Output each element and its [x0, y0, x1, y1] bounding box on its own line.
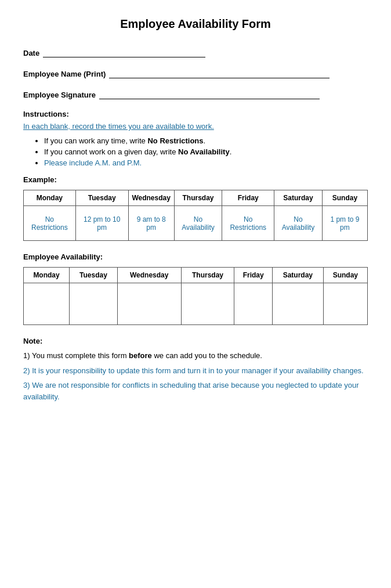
av-header-saturday: Saturday	[272, 268, 323, 283]
ex-header-friday: Friday	[222, 190, 274, 206]
instructions-label: Instructions:	[23, 110, 368, 118]
av-wednesday[interactable]	[117, 283, 181, 325]
instructions-bullets: If you can work any time, write No Restr…	[44, 136, 368, 167]
ex-header-saturday: Saturday	[274, 190, 323, 206]
ex-header-tuesday: Tuesday	[75, 190, 128, 206]
av-friday[interactable]	[234, 283, 273, 325]
name-line	[109, 68, 330, 78]
ex-saturday: No Availability	[274, 206, 323, 241]
signature-line	[99, 89, 320, 99]
name-field-row: Employee Name (Print)	[23, 68, 368, 78]
availability-data-row	[24, 283, 368, 325]
ex-thursday: No Availability	[174, 206, 222, 241]
av-header-sunday: Sunday	[323, 268, 367, 283]
ex-header-thursday: Thursday	[174, 190, 222, 206]
signature-field-row: Employee Signature	[23, 89, 368, 99]
date-line	[43, 47, 205, 57]
av-header-thursday: Thursday	[181, 268, 234, 283]
ex-friday: No Restrictions	[222, 206, 274, 241]
av-saturday[interactable]	[272, 283, 323, 325]
note-2: 2) It is your responsibility to update t…	[23, 365, 368, 377]
example-table: Monday Tuesday Wednesday Thursday Friday…	[23, 190, 368, 241]
bullet-1: If you can work any time, write No Restr…	[44, 136, 368, 145]
date-label: Date	[23, 49, 39, 57]
bullet-2: If you cannot work on a given day, write…	[44, 147, 368, 156]
av-monday[interactable]	[24, 283, 70, 325]
ex-header-wednesday: Wednesday	[128, 190, 174, 206]
example-label: Example:	[23, 175, 368, 184]
bullet-3: Please include A.M. and P.M.	[44, 158, 368, 167]
date-field-row: Date	[23, 47, 368, 57]
av-tuesday[interactable]	[70, 283, 118, 325]
page-title: Employee Availability Form	[23, 17, 368, 31]
ex-tuesday: 12 pm to 10 pm	[75, 206, 128, 241]
ex-wednesday: 9 am to 8 pm	[128, 206, 174, 241]
note-label: Note:	[23, 337, 368, 345]
note-section: Note: 1) You must complete this form bef…	[23, 337, 368, 402]
av-header-friday: Friday	[234, 268, 273, 283]
ex-header-sunday: Sunday	[322, 190, 367, 206]
av-header-tuesday: Tuesday	[70, 268, 118, 283]
signature-label: Employee Signature	[23, 91, 96, 99]
example-header-row: Monday Tuesday Wednesday Thursday Friday…	[24, 190, 368, 206]
ex-header-monday: Monday	[24, 190, 76, 206]
availability-label: Employee Availability:	[23, 252, 368, 261]
availability-header-row: Monday Tuesday Wednesday Thursday Friday…	[24, 268, 368, 283]
example-data-row: No Restrictions 12 pm to 10 pm 9 am to 8…	[24, 206, 368, 241]
instructions-intro: In each blank, record the times you are …	[23, 122, 368, 131]
availability-table: Monday Tuesday Wednesday Thursday Friday…	[23, 267, 368, 325]
ex-sunday: 1 pm to 9 pm	[322, 206, 367, 241]
name-label: Employee Name (Print)	[23, 70, 106, 78]
ex-monday: No Restrictions	[24, 206, 76, 241]
av-header-wednesday: Wednesday	[117, 268, 181, 283]
av-header-monday: Monday	[24, 268, 70, 283]
note-1: 1) You must complete this form before we…	[23, 350, 368, 362]
note-3: 3) We are not responsible for conflicts …	[23, 380, 368, 402]
av-thursday[interactable]	[181, 283, 234, 325]
av-sunday[interactable]	[323, 283, 367, 325]
